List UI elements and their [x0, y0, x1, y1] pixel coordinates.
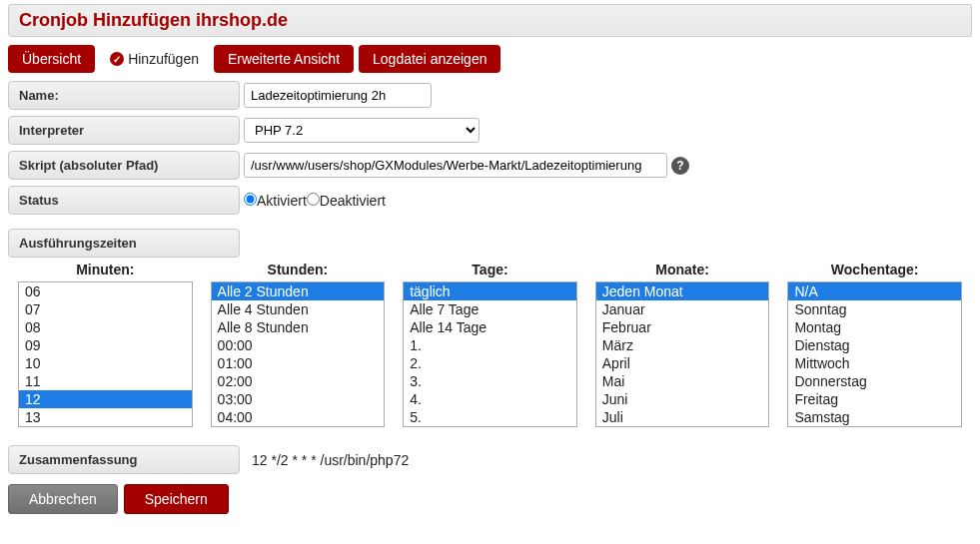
list-item[interactable]: Alle 4 Stunden	[212, 300, 385, 318]
list-item[interactable]: Alle 7 Tage	[404, 300, 576, 318]
save-button[interactable]: Speichern	[124, 484, 229, 514]
list-item[interactable]: 12	[19, 390, 192, 408]
cancel-button[interactable]: Abbrechen	[8, 484, 118, 514]
list-item[interactable]: 00:00	[212, 336, 385, 354]
tab-overview[interactable]: Übersicht	[8, 45, 95, 73]
list-item[interactable]: Mittwoch	[788, 354, 961, 372]
list-item[interactable]: 3.	[404, 372, 576, 390]
list-item[interactable]: 13	[19, 408, 192, 426]
list-item[interactable]: Dienstag	[788, 336, 961, 354]
days-listbox[interactable]: täglichAlle 7 TageAlle 14 Tage1.2.3.4.5.	[403, 281, 577, 427]
list-item[interactable]: 04:00	[212, 408, 385, 426]
summary-label: Zusammenfassung	[8, 445, 240, 474]
list-item[interactable]: 2.	[404, 354, 576, 372]
list-item[interactable]: Juni	[596, 390, 769, 408]
tab-add-label: Hinzufügen	[128, 51, 199, 67]
tab-extended[interactable]: Erweiterte Ansicht	[214, 45, 354, 73]
list-item[interactable]: Samstag	[788, 408, 961, 426]
list-item[interactable]: Alle 8 Stunden	[212, 318, 385, 336]
months-label: Monate:	[595, 262, 770, 277]
days-label: Tage:	[403, 262, 577, 277]
status-deactivated-radio[interactable]	[307, 193, 320, 206]
name-input[interactable]	[244, 83, 432, 108]
list-item[interactable]: 03:00	[212, 390, 385, 408]
list-item[interactable]: N/A	[788, 282, 961, 300]
weekdays-listbox[interactable]: N/ASonntagMontagDienstagMittwochDonnerst…	[787, 281, 962, 427]
name-label: Name:	[8, 81, 240, 110]
list-item[interactable]: 11	[19, 372, 192, 390]
tab-log[interactable]: Logdatei anzeigen	[359, 45, 500, 73]
list-item[interactable]: täglich	[404, 282, 576, 300]
status-deactivated-option[interactable]: Deaktiviert	[307, 193, 386, 209]
interpreter-label: Interpreter	[8, 116, 240, 145]
list-item[interactable]: Juli	[596, 408, 769, 426]
status-activated-option[interactable]: Aktiviert	[244, 193, 307, 209]
list-item[interactable]: 10	[19, 354, 192, 372]
list-item[interactable]: 08	[19, 318, 192, 336]
help-icon[interactable]: ?	[671, 157, 689, 175]
check-circle-icon: ✓	[110, 52, 124, 66]
list-item[interactable]: 06	[19, 282, 192, 300]
page-title-bar: Cronjob Hinzufügen ihrshop.de	[8, 4, 972, 37]
times-heading: Ausführungszeiten	[8, 229, 240, 258]
times-row: Minuten: 0607080910111213 Stunden: Alle …	[18, 262, 962, 427]
list-item[interactable]: Januar	[596, 300, 769, 318]
list-item[interactable]: Alle 2 Stunden	[212, 282, 385, 300]
summary-text: 12 */2 * * * /usr/bin/php72	[252, 452, 409, 468]
list-item[interactable]: Donnerstag	[788, 372, 961, 390]
list-item[interactable]: Jeden Monat	[596, 282, 769, 300]
minutes-listbox[interactable]: 0607080910111213	[18, 281, 193, 427]
tab-add-current: ✓ Hinzufügen	[100, 45, 209, 73]
list-item[interactable]: 5.	[404, 408, 576, 426]
list-item[interactable]: 01:00	[212, 354, 385, 372]
hours-label: Stunden:	[211, 262, 386, 277]
list-item[interactable]: 07	[19, 300, 192, 318]
script-label: Skript (absoluter Pfad)	[8, 151, 240, 180]
list-item[interactable]: 02:00	[212, 372, 385, 390]
list-item[interactable]: 1.	[404, 336, 576, 354]
list-item[interactable]: Freitag	[788, 390, 961, 408]
page-title: Cronjob Hinzufügen ihrshop.de	[19, 10, 961, 31]
list-item[interactable]: März	[596, 336, 769, 354]
interpreter-select[interactable]: PHP 7.2	[244, 118, 480, 143]
weekdays-label: Wochentage:	[787, 262, 962, 277]
list-item[interactable]: Mai	[596, 372, 769, 390]
minutes-label: Minuten:	[18, 262, 193, 277]
status-activated-radio[interactable]	[244, 193, 257, 206]
list-item[interactable]: Februar	[596, 318, 769, 336]
months-listbox[interactable]: Jeden MonatJanuarFebruarMärzAprilMaiJuni…	[595, 281, 770, 427]
list-item[interactable]: 09	[19, 336, 192, 354]
list-item[interactable]: 4.	[404, 390, 576, 408]
tab-bar: Übersicht ✓ Hinzufügen Erweiterte Ansich…	[8, 45, 972, 73]
list-item[interactable]: Sonntag	[788, 300, 961, 318]
list-item[interactable]: Alle 14 Tage	[404, 318, 576, 336]
script-input[interactable]	[244, 153, 667, 178]
list-item[interactable]: Montag	[788, 318, 961, 336]
hours-listbox[interactable]: Alle 2 StundenAlle 4 StundenAlle 8 Stund…	[211, 281, 386, 427]
status-label: Status	[8, 186, 240, 215]
list-item[interactable]: April	[596, 354, 769, 372]
